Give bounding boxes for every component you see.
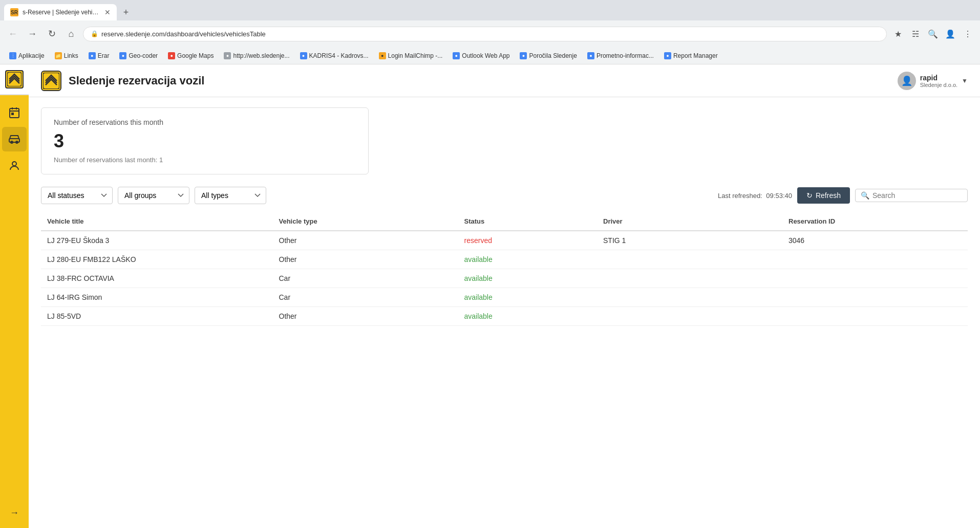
search-input[interactable] [872, 191, 962, 200]
table-row[interactable]: LJ 85-5VD Other available [41, 307, 968, 326]
cell-vehicle-title: LJ 64-IRG Simon [41, 288, 273, 307]
cell-reservation-id [782, 307, 968, 326]
toolbar: All statuses Available Reserved All grou… [41, 187, 968, 204]
bookmark-erar-icon: ● [89, 52, 96, 59]
table-body: LJ 279-EU Škoda 3 Other reserved STIG 1 … [41, 231, 968, 326]
svg-point-8 [16, 141, 18, 143]
bookmark-aplikacije[interactable]: ⋮ Aplikacije [5, 51, 49, 61]
bookmark-outlook[interactable]: ● Outlook Web App [449, 51, 514, 61]
bookmark-mailchimp[interactable]: ● Login MailChimp -... [375, 51, 447, 61]
active-tab[interactable]: SR s-Reserve | Sledenje vehicle rese... … [4, 4, 117, 20]
bookmark-googlemaps[interactable]: ● Google Maps [164, 51, 218, 61]
close-tab-button[interactable]: ✕ [104, 8, 111, 16]
bookmark-prometno-icon: ● [587, 52, 594, 59]
bookmark-erar-label: Erar [98, 52, 110, 59]
bookmark-outlook-label: Outlook Web App [462, 52, 509, 59]
home-button[interactable]: ⌂ [63, 26, 79, 41]
main-content: Sledenje rezervacija vozil 👤 rapid Slede… [29, 64, 980, 528]
cell-status: available [458, 307, 598, 326]
vehicles-table: Vehicle title Vehicle type Status Driver… [41, 212, 968, 326]
cell-vehicle-type: Other [273, 231, 458, 250]
svg-point-7 [11, 141, 13, 143]
sidebar-logo-icon [5, 70, 24, 89]
cell-driver [597, 269, 782, 288]
table-row[interactable]: LJ 280-EU FMB122 LAŠKO Other available [41, 250, 968, 269]
app-title: Sledenje rezervacija vozil [69, 74, 898, 87]
user-menu[interactable]: 👤 rapid Sledenje d.o.o. ▼ [898, 72, 968, 90]
bookmark-websledenje[interactable]: ● http://web.sledenje... [220, 51, 293, 61]
refresh-button[interactable]: ↻ Refresh [797, 187, 850, 204]
bookmark-porocila-label: Poročila Sledenje [529, 52, 577, 59]
cell-reservation-id: 3046 [782, 231, 968, 250]
sidebar-item-vehicle[interactable] [2, 127, 27, 151]
cell-vehicle-title: LJ 280-EU FMB122 LAŠKO [41, 250, 273, 269]
group-filter[interactable]: All groups [118, 187, 189, 204]
stats-card: Number of reservations this month 3 Numb… [41, 107, 369, 174]
user-company: Sledenje d.o.o. [920, 82, 957, 88]
account-button[interactable]: 👤 [943, 27, 957, 41]
svg-rect-1 [10, 108, 19, 118]
address-bar[interactable]: 🔒 reserve.sledenje.com/dashboard/vehicle… [83, 27, 887, 41]
bookmark-kadris4[interactable]: ● KADRIS4 - Kadrovs... [296, 51, 373, 61]
stats-title: Number of reservations this month [54, 118, 356, 126]
bookmark-prometno[interactable]: ● Prometno-informac... [583, 51, 658, 61]
sidebar-nav [2, 95, 27, 497]
cell-reservation-id [782, 288, 968, 307]
bookmark-links[interactable]: 📁 Links [51, 51, 82, 61]
bookmark-erar[interactable]: ● Erar [84, 51, 114, 61]
status-filter[interactable]: All statuses Available Reserved [41, 187, 113, 204]
table-row[interactable]: LJ 64-IRG Simon Car available [41, 288, 968, 307]
forward-button[interactable]: → [25, 26, 40, 41]
user-avatar: 👤 [898, 72, 916, 90]
cell-reservation-id [782, 269, 968, 288]
bookmark-googlemaps-label: Google Maps [177, 52, 214, 59]
cell-vehicle-title: LJ 279-EU Škoda 3 [41, 231, 273, 250]
search-button[interactable]: 🔍 [926, 27, 940, 41]
bookmark-googlemaps-icon: ● [168, 52, 175, 59]
bookmark-links-icon: 📁 [55, 52, 62, 59]
stats-secondary: Number of reservations last month: 1 [54, 156, 356, 164]
new-tab-button[interactable]: + [119, 5, 133, 19]
last-refreshed-info: Last refreshed: 09:53:40 [718, 192, 792, 200]
sidebar-item-calendar[interactable] [2, 100, 27, 125]
back-button[interactable]: ← [5, 26, 20, 41]
bookmark-reportmanager-label: Report Manager [673, 52, 718, 59]
cell-status: reserved [458, 231, 598, 250]
bookmark-outlook-icon: ● [453, 52, 460, 59]
type-filter[interactable]: All types Car Other [195, 187, 266, 204]
sidebar-item-driver[interactable] [2, 153, 27, 178]
bookmark-reportmanager-icon: ● [664, 52, 671, 59]
page-content: Number of reservations this month 3 Numb… [29, 97, 980, 336]
svg-point-9 [12, 162, 16, 166]
bookmark-kadris4-label: KADRIS4 - Kadrovs... [309, 52, 369, 59]
reload-button[interactable]: ↻ [44, 26, 59, 41]
cell-reservation-id [782, 250, 968, 269]
bookmark-kadris4-icon: ● [300, 52, 307, 59]
table-header: Vehicle title Vehicle type Status Driver… [41, 212, 968, 231]
bookmark-websledenje-label: http://web.sledenje... [233, 52, 289, 59]
bookmark-links-label: Links [64, 52, 78, 59]
bookmark-mailchimp-label: Login MailChimp -... [388, 52, 443, 59]
bookmark-reportmanager[interactable]: ● Report Manager [660, 51, 722, 61]
sidebar-collapse-button[interactable]: → [2, 502, 27, 523]
col-header-reservation-id: Reservation ID [782, 212, 968, 231]
sidebar-bottom: → [2, 497, 27, 528]
col-header-vehicle-title: Vehicle title [41, 212, 273, 231]
menu-button[interactable]: ⋮ [961, 27, 975, 41]
cell-vehicle-title: LJ 38-FRC OCTAVIA [41, 269, 273, 288]
bookmark-aplikacije-label: Aplikacije [18, 52, 45, 59]
user-info: rapid Sledenje d.o.o. [920, 74, 957, 88]
refresh-icon: ↻ [806, 191, 813, 200]
svg-rect-5 [12, 113, 13, 115]
bookmark-geocoder[interactable]: ● Geo-coder [115, 51, 162, 61]
table-row[interactable]: LJ 38-FRC OCTAVIA Car available [41, 269, 968, 288]
table-row[interactable]: LJ 279-EU Škoda 3 Other reserved STIG 1 … [41, 231, 968, 250]
bookmark-porocila[interactable]: ● Poročila Sledenje [516, 51, 581, 61]
extensions-button[interactable]: ☵ [908, 27, 923, 41]
bookmark-button[interactable]: ★ [891, 27, 905, 41]
app-header: Sledenje rezervacija vozil 👤 rapid Slede… [29, 64, 980, 97]
bookmark-prometno-label: Prometno-informac... [596, 52, 654, 59]
cell-vehicle-type: Other [273, 250, 458, 269]
cell-vehicle-type: Other [273, 307, 458, 326]
cell-driver [597, 250, 782, 269]
